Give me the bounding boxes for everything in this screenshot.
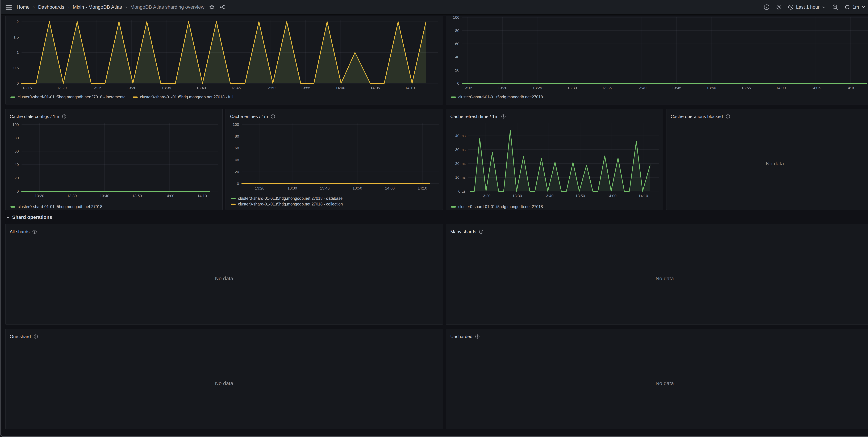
time-series-chart[interactable]: 13:1513:2013:2513:3013:3513:4013:4513:50… [5, 16, 443, 93]
legend-item[interactable]: cluster0-shard-01-01.t5hdg.mongodb.net:2… [10, 205, 102, 209]
star-icon[interactable] [209, 4, 215, 10]
svg-text:13:30: 13:30 [127, 86, 136, 90]
legend-item[interactable]: cluster0-shard-01-01.t5hdg.mongodb.net:2… [451, 95, 543, 99]
legend-item[interactable]: cluster0-shard-01-01.t5hdg.mongodb.net:2… [231, 196, 438, 201]
svg-text:0: 0 [457, 81, 459, 86]
zoom-out-icon[interactable] [832, 4, 838, 10]
row-shard-operations[interactable]: Shard operations [6, 214, 868, 221]
svg-text:20: 20 [235, 170, 239, 174]
clock-icon [788, 4, 794, 10]
svg-text:1.5: 1.5 [13, 35, 19, 39]
svg-text:13:30: 13:30 [287, 186, 297, 190]
panel-title[interactable]: Cache stale configs / 1m [10, 114, 59, 119]
refresh-control[interactable]: 1m [844, 4, 866, 10]
panel-flat-metric-chart[interactable]: 13:1513:2013:2513:3013:3513:4013:4513:50… [446, 15, 868, 104]
time-series-chart[interactable]: 13:2013:3013:4013:5014:0014:100204060801… [226, 121, 443, 195]
panel-many-shards[interactable]: Many shards No data [446, 224, 868, 324]
info-icon[interactable] [271, 114, 275, 119]
legend-swatch-icon [10, 96, 15, 98]
panel-title[interactable]: Cache refresh time / 1m [450, 114, 498, 119]
info-icon[interactable] [62, 114, 66, 119]
svg-text:13:35: 13:35 [602, 86, 612, 90]
svg-text:1: 1 [17, 50, 19, 55]
panel-unsharded[interactable]: Unsharded No data [446, 329, 868, 429]
time-series-chart[interactable]: 13:2013:3013:4013:5014:0014:100 µs10 ms2… [446, 121, 663, 203]
svg-text:60: 60 [455, 42, 459, 46]
svg-text:2: 2 [17, 20, 19, 24]
legend-item[interactable]: cluster0-shard-01-01.t5hdg.mongodb.net:2… [231, 202, 438, 207]
breadcrumb-item[interactable]: Dashboards [38, 4, 64, 10]
svg-text:13:40: 13:40 [320, 186, 330, 190]
svg-text:14:10: 14:10 [418, 186, 427, 190]
menu-icon[interactable] [5, 4, 12, 10]
svg-text:13:50: 13:50 [352, 186, 362, 190]
svg-text:14:10: 14:10 [405, 86, 415, 90]
svg-text:13:30: 13:30 [513, 194, 522, 198]
svg-text:14:00: 14:00 [776, 86, 786, 90]
breadcrumb-item[interactable]: Home [17, 4, 30, 10]
breadcrumb-separator-icon: › [68, 4, 69, 10]
panel-cache-operations-blocked[interactable]: Cache operations blocked No data [666, 108, 868, 210]
time-range-picker[interactable]: Last 1 hour [788, 4, 826, 10]
panel-config-refresh-chart[interactable]: 13:1513:2013:2513:3013:3513:4013:4513:50… [5, 15, 443, 104]
svg-text:20 ms: 20 ms [455, 161, 466, 166]
breadcrumb-item: MongoDB Atlas sharding overview [130, 4, 204, 10]
legend-label: cluster0-shard-01-01.t5hdg.mongodb.net:2… [18, 95, 127, 99]
dashboard-scroll-area[interactable]: 13:1513:2013:2513:3013:3513:4013:4513:50… [1, 14, 868, 429]
legend-swatch-icon [133, 96, 138, 98]
svg-text:80: 80 [14, 136, 19, 140]
panel-all-shards[interactable]: All shards No data [5, 224, 443, 324]
breadcrumb-item[interactable]: Mixin - MongoDB Atlas [73, 4, 122, 10]
svg-text:13:40: 13:40 [196, 86, 206, 90]
svg-text:13:55: 13:55 [741, 86, 751, 90]
svg-text:13:25: 13:25 [533, 86, 542, 90]
chart-legend: cluster0-shard-01-01.t5hdg.mongodb.net:2… [446, 205, 663, 209]
svg-text:14:00: 14:00 [165, 194, 174, 198]
svg-text:13:20: 13:20 [498, 86, 507, 90]
legend-label: cluster0-shard-01-01.t5hdg.mongodb.net:2… [238, 196, 342, 201]
svg-text:60: 60 [14, 149, 19, 153]
legend-item[interactable]: cluster0-shard-01-01.t5hdg.mongodb.net:2… [10, 95, 127, 99]
svg-text:30 ms: 30 ms [455, 148, 466, 152]
chevron-down-icon [822, 5, 826, 9]
svg-text:14:05: 14:05 [370, 86, 380, 90]
legend-swatch-icon [231, 204, 236, 205]
svg-text:80: 80 [235, 134, 239, 138]
legend-item[interactable]: cluster0-shard-01-01.t5hdg.mongodb.net:2… [451, 205, 543, 209]
legend-swatch-icon [451, 206, 456, 208]
breadcrumb: Home›Dashboards›Mixin - MongoDB Atlas›Mo… [17, 4, 204, 10]
svg-text:14:00: 14:00 [336, 86, 345, 90]
svg-text:0 µs: 0 µs [458, 189, 466, 193]
panel-cache-entries[interactable]: Cache entries / 1m 13:2013:3013:4013:501… [225, 108, 443, 210]
no-data-text: No data [655, 276, 674, 281]
svg-text:13:40: 13:40 [100, 194, 109, 198]
settings-gear-icon[interactable] [776, 4, 782, 10]
chevron-down-icon [6, 215, 10, 219]
svg-text:13:15: 13:15 [463, 86, 472, 90]
time-series-chart[interactable]: 13:2013:3013:4013:5014:0014:100204060801… [5, 121, 222, 203]
info-icon[interactable] [501, 114, 506, 119]
svg-text:13:50: 13:50 [576, 194, 585, 198]
svg-text:14:00: 14:00 [607, 194, 616, 198]
panel-cache-refresh-time[interactable]: Cache refresh time / 1m 13:2013:3013:401… [446, 108, 663, 210]
chart-legend: cluster0-shard-01-01.t5hdg.mongodb.net:2… [226, 196, 443, 207]
svg-text:40: 40 [235, 158, 239, 162]
info-circle-icon[interactable] [764, 4, 770, 10]
no-data-text: No data [215, 276, 233, 281]
svg-text:14:10: 14:10 [197, 194, 207, 198]
svg-text:10 ms: 10 ms [455, 175, 466, 180]
svg-text:100: 100 [12, 123, 19, 127]
svg-text:13:20: 13:20 [35, 194, 44, 198]
time-series-chart[interactable]: 13:1513:2013:2513:3013:3513:4013:4513:50… [446, 16, 868, 93]
panel-title[interactable]: Cache entries / 1m [230, 114, 268, 119]
svg-text:13:25: 13:25 [92, 86, 101, 90]
svg-text:20: 20 [14, 176, 19, 180]
panel-cache-stale-configs[interactable]: Cache stale configs / 1m 13:2013:3013:40… [5, 108, 223, 210]
share-icon[interactable] [220, 4, 225, 10]
legend-label: cluster0-shard-01-01.t5hdg.mongodb.net:2… [458, 95, 543, 99]
legend-label: cluster0-shard-01-01.t5hdg.mongodb.net:2… [238, 202, 343, 207]
legend-item[interactable]: cluster0-shard-01-01.t5hdg.mongodb.net:2… [133, 95, 233, 99]
svg-text:0: 0 [17, 189, 19, 193]
panel-one-shard[interactable]: One shard No data [5, 329, 443, 429]
svg-text:13:50: 13:50 [266, 86, 276, 90]
